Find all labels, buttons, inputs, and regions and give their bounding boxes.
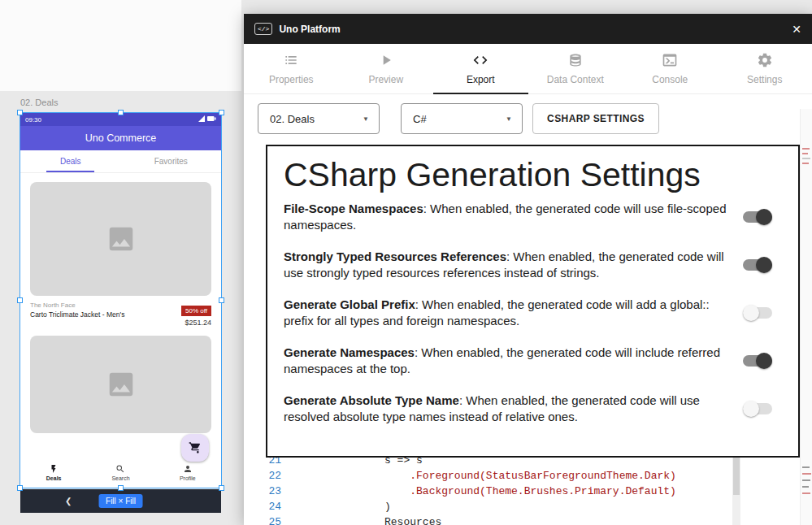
setting-name: File-Scope Namespaces xyxy=(284,202,423,215)
image-placeholder-icon xyxy=(106,223,137,254)
toggle-knob xyxy=(756,209,772,225)
code-text: Resources xyxy=(289,514,441,525)
canvas-background xyxy=(0,0,241,91)
tab-label: Preview xyxy=(368,74,403,85)
toggle-generate-absolute-type-name[interactable] xyxy=(743,401,772,417)
code-minimap[interactable] xyxy=(800,109,812,525)
csharp-settings-label: CSHARP SETTINGS xyxy=(547,113,645,124)
phone-preview: 09:30 Uno Commerce Deals Favorites The N… xyxy=(20,113,221,488)
code-text: .Foreground(StatusBarForegroundTheme.Dar… xyxy=(289,468,676,484)
minimap-mark xyxy=(802,466,810,468)
setting-text: Generate Absolute Type Name: When enable… xyxy=(284,393,728,425)
phone-app-bar: Uno Commerce xyxy=(20,126,221,150)
tab-label: Data Context xyxy=(547,74,604,85)
language-select[interactable]: C# ▼ xyxy=(401,103,523,134)
selection-handle[interactable] xyxy=(17,110,23,115)
line-number: 24 xyxy=(244,499,281,514)
nav-item-deals[interactable]: Deals xyxy=(20,464,87,481)
panel-header: </> Uno Platform ✕ xyxy=(244,14,812,44)
selection-handle[interactable] xyxy=(219,485,224,491)
selected-artboard[interactable]: 09:30 Uno Commerce Deals Favorites The N… xyxy=(20,113,221,488)
search-icon xyxy=(115,464,125,474)
nav-label: Deals xyxy=(46,475,62,481)
product-brand: The North Face xyxy=(30,302,124,309)
toggle-knob xyxy=(743,401,759,417)
modal-title: CSharp Generation Settings xyxy=(284,156,784,194)
phone-tab-bar: Deals Favorites xyxy=(20,150,221,173)
minimap-mark xyxy=(802,148,810,150)
selection-handle[interactable] xyxy=(118,110,124,115)
close-icon[interactable]: ✕ xyxy=(792,23,801,36)
setting-row: Generate Namespaces: When enabled, the g… xyxy=(284,345,784,377)
tab-label: Console xyxy=(652,74,688,85)
code-line: 22 .Foreground(StatusBarForegroundTheme.… xyxy=(244,468,732,484)
setting-text: Generate Namespaces: When enabled, the g… xyxy=(284,345,728,377)
selection-handle[interactable] xyxy=(118,485,124,491)
nav-item-profile[interactable]: Profile xyxy=(154,464,221,481)
setting-row: Generate Absolute Type Name: When enable… xyxy=(284,393,784,425)
setting-row: Strongly Typed Resources References: Whe… xyxy=(284,249,784,281)
toggle-knob xyxy=(756,257,772,273)
toggle-generate-global-prefix[interactable] xyxy=(743,305,772,321)
line-number: 25 xyxy=(244,514,281,525)
minimap-mark xyxy=(802,473,811,475)
setting-name: Generate Namespaces xyxy=(284,345,415,359)
phone-app-title: Uno Commerce xyxy=(85,132,157,144)
phone-tab-favorites[interactable]: Favorites xyxy=(121,150,222,172)
selection-handle[interactable] xyxy=(219,297,224,303)
line-number: 22 xyxy=(244,468,281,484)
tab-properties[interactable]: Properties xyxy=(244,44,339,93)
csharp-settings-button[interactable]: CSHARP SETTINGS xyxy=(532,103,659,134)
cart-icon xyxy=(189,441,202,454)
product-text: The North Face Carto Triclimate Jacket -… xyxy=(30,302,124,319)
toggle-strongly-typed-resources[interactable] xyxy=(743,257,772,273)
layout-fill-badge[interactable]: Fill × Fill xyxy=(98,494,143,508)
list-icon xyxy=(283,52,299,68)
scrollbar-thumb[interactable] xyxy=(733,458,740,495)
phone-tab-label: Favorites xyxy=(154,157,188,166)
page-select[interactable]: 02. Deals ▼ xyxy=(258,103,380,134)
phone-content: The North Face Carto Triclimate Jacket -… xyxy=(20,173,221,457)
tab-export[interactable]: Export xyxy=(433,44,528,93)
hot-design-toolbar: ❮ Fill × Fill xyxy=(20,489,221,513)
play-icon xyxy=(378,52,394,68)
toggle-generate-namespaces[interactable] xyxy=(743,353,772,369)
tab-console[interactable]: Console xyxy=(623,44,718,93)
line-number: 23 xyxy=(244,484,281,499)
code-line: 23 .Background(Theme.Brushes.Primary.Def… xyxy=(244,484,732,499)
uno-platform-panel: </> Uno Platform ✕ Properties Preview Ex… xyxy=(244,14,812,525)
status-icons xyxy=(198,115,216,124)
selection-handle[interactable] xyxy=(219,110,224,115)
collapse-chevron-icon[interactable]: ❮ xyxy=(65,497,72,505)
setting-name: Generate Absolute Type Name xyxy=(284,393,459,407)
setting-text: File-Scope Namespaces: When enabled, the… xyxy=(284,201,728,233)
product-info-row: The North Face Carto Triclimate Jacket -… xyxy=(20,296,221,327)
tab-data-context[interactable]: Data Context xyxy=(528,44,623,93)
nav-item-search[interactable]: Search xyxy=(87,464,154,481)
tab-preview[interactable]: Preview xyxy=(339,44,434,93)
signal-battery-icon xyxy=(198,115,216,122)
selection-handle[interactable] xyxy=(17,297,23,303)
uno-logo-icon: </> xyxy=(254,23,272,35)
nav-label: Profile xyxy=(180,475,196,481)
product-price: $251.24 xyxy=(181,319,211,327)
panel-tab-bar: Properties Preview Export Data Context C… xyxy=(244,44,812,94)
toggle-knob xyxy=(743,305,759,321)
flash-icon xyxy=(49,464,59,474)
artboard-label[interactable]: 02. Deals xyxy=(20,98,58,107)
toggle-file-scope-namespaces[interactable] xyxy=(743,209,772,225)
code-editor: 21 s => s 22 .Foreground(StatusBarForegr… xyxy=(244,453,732,525)
panel-title: Uno Platform xyxy=(279,24,340,35)
cart-fab-button[interactable] xyxy=(181,434,209,462)
code-scrollbar[interactable] xyxy=(732,453,740,525)
image-placeholder-icon xyxy=(106,369,137,400)
database-icon xyxy=(567,52,584,68)
phone-tab-deals[interactable]: Deals xyxy=(20,150,121,172)
minimap-mark xyxy=(802,479,810,481)
selection-handle[interactable] xyxy=(17,485,23,491)
toggle-knob xyxy=(756,353,772,369)
tab-settings[interactable]: Settings xyxy=(718,44,812,93)
product-card-1[interactable] xyxy=(30,182,211,296)
product-card-2[interactable] xyxy=(30,336,211,433)
discount-badge: 50% off xyxy=(181,306,211,316)
